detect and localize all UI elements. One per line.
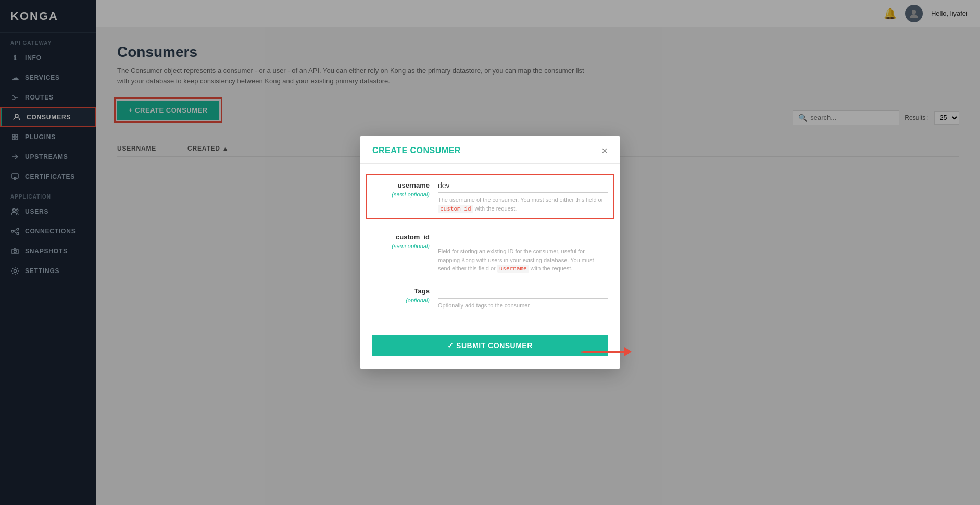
create-consumer-modal: CREATE CONSUMER × username (semi-optiona… — [360, 136, 620, 369]
custom-id-sublabel: (semi-optional) — [392, 243, 430, 249]
modal-header: CREATE CONSUMER × — [360, 136, 620, 164]
username-label: username — [372, 181, 430, 189]
username-label-wrap: username (semi-optional) — [372, 180, 430, 213]
username-hint: The username of the consumer. You must s… — [438, 195, 608, 213]
username-input[interactable] — [438, 180, 608, 193]
custom-id-label-wrap: custom_id (semi-optional) — [372, 232, 430, 274]
arrow-head — [624, 347, 632, 356]
tags-sublabel: (optional) — [406, 297, 430, 303]
modal-footer: ✓ SUBMIT CONSUMER — [360, 335, 620, 369]
tags-input[interactable] — [438, 286, 608, 299]
form-field-tags: Tags (optional) Optionally add tags to t… — [372, 286, 608, 310]
modal-overlay: CREATE CONSUMER × username (semi-optiona… — [96, 0, 980, 505]
username-input-wrap: The username of the consumer. You must s… — [438, 180, 608, 213]
custom-id-input[interactable] — [438, 232, 608, 244]
submit-consumer-button[interactable]: ✓ SUBMIT CONSUMER — [372, 335, 608, 356]
custom-id-input-wrap: Field for storing an existing ID for the… — [438, 232, 608, 274]
modal-title: CREATE CONSUMER — [372, 146, 461, 155]
form-field-custom-id: custom_id (semi-optional) Field for stor… — [372, 232, 608, 274]
username-sublabel: (semi-optional) — [392, 191, 430, 198]
tags-label: Tags — [372, 287, 430, 295]
custom-id-hint: Field for storing an existing ID for the… — [438, 247, 608, 274]
form-field-username: username (semi-optional) The username of… — [366, 174, 614, 219]
tags-label-wrap: Tags (optional) — [372, 286, 430, 310]
modal-footer-wrap: ✓ SUBMIT CONSUMER — [360, 335, 620, 369]
custom-id-hint-code: username — [497, 265, 529, 273]
main-content: 🔔 Hello, liyafei Consumers The Consumer … — [96, 0, 980, 505]
modal-body: username (semi-optional) The username of… — [360, 164, 620, 335]
username-hint-code: custom_id — [438, 205, 473, 213]
custom-id-label: custom_id — [372, 233, 430, 241]
tags-hint: Optionally add tags to the consumer — [438, 301, 608, 310]
tags-input-wrap: Optionally add tags to the consumer — [438, 286, 608, 310]
modal-close-button[interactable]: × — [601, 145, 608, 156]
